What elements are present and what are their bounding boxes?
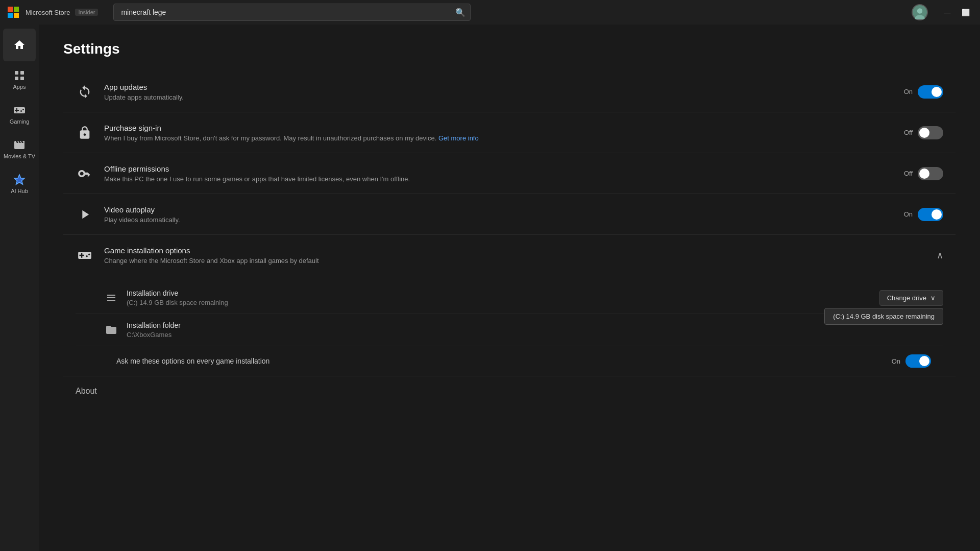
search-icon: 🔍 <box>455 8 465 17</box>
ms-store-logo-icon <box>7 6 19 18</box>
svg-rect-3 <box>14 13 19 18</box>
sidebar: Apps Gaming Movies & TV AI Hub <box>0 25 39 551</box>
game-installation-icon <box>76 246 94 265</box>
video-autoplay-toggle[interactable] <box>918 208 943 221</box>
game-installation-row: Game installation options Change where t… <box>63 235 955 276</box>
app-logo <box>6 5 20 19</box>
home-icon <box>13 39 26 51</box>
svg-rect-0 <box>8 7 13 12</box>
offline-permissions-control: Off <box>904 167 943 180</box>
installation-folder-icon <box>104 323 118 337</box>
ask-me-text: Ask me these options on every game insta… <box>116 357 892 365</box>
app-updates-control: On <box>904 85 943 99</box>
game-installation-subsection: Installation drive (C:) 14.9 GB disk spa… <box>63 276 955 376</box>
offline-permissions-text: Offline permissions Make this PC the one… <box>104 164 894 183</box>
purchase-signin-state: Off <box>904 129 913 136</box>
ask-me-control: On <box>892 354 931 368</box>
game-installation-desc: Change where the Microsoft Store and Xbo… <box>104 257 926 265</box>
video-autoplay-control: On <box>904 208 943 221</box>
app-updates-icon <box>76 83 94 101</box>
video-autoplay-row: Video autoplay Play videos automatically… <box>63 194 955 235</box>
installation-folder-desc: C:\XboxGames <box>127 331 853 339</box>
installation-drive-row: Installation drive (C:) 14.9 GB disk spa… <box>76 282 943 314</box>
change-drive-label: Change drive <box>887 294 926 302</box>
sidebar-item-home[interactable] <box>3 29 36 61</box>
movies-icon <box>13 139 26 151</box>
offline-permissions-toggle[interactable] <box>918 167 943 180</box>
svg-rect-9 <box>15 77 18 80</box>
maximize-button[interactable]: ⬜ <box>958 5 974 19</box>
app-updates-toggle[interactable] <box>918 85 943 99</box>
app-updates-toggle-knob <box>932 87 942 97</box>
installation-drive-title: Installation drive <box>127 289 871 297</box>
purchase-signin-title: Purchase sign-in <box>104 124 894 132</box>
installation-drive-text: Installation drive (C:) 14.9 GB disk spa… <box>127 289 871 306</box>
collapse-icon[interactable]: ∧ <box>937 250 943 261</box>
svg-point-5 <box>917 8 923 14</box>
movies-label: Movies & TV <box>4 153 35 159</box>
purchase-signin-toggle-knob <box>919 128 929 138</box>
app-updates-desc: Update apps automatically. <box>104 93 894 101</box>
sidebar-item-apps[interactable]: Apps <box>3 63 36 96</box>
offline-permissions-desc: Make this PC the one I use to run some g… <box>104 175 894 183</box>
video-autoplay-state: On <box>904 210 913 218</box>
app-updates-state: On <box>904 88 913 95</box>
app-updates-text: App updates Update apps automatically. <box>104 83 894 101</box>
purchase-signin-icon <box>76 124 94 142</box>
window-controls: — ⬜ <box>939 5 974 19</box>
drive-dropdown-popup: (C:) 14.9 GB disk space remaining <box>824 308 943 325</box>
settings-content: Settings App updates Update apps automat… <box>39 25 980 551</box>
offline-permissions-icon <box>76 164 94 183</box>
about-section-peek: About <box>63 376 955 406</box>
svg-rect-1 <box>14 7 19 12</box>
video-autoplay-text: Video autoplay Play videos automatically… <box>104 205 894 224</box>
ask-me-toggle-knob <box>919 356 929 366</box>
sidebar-item-movies[interactable]: Movies & TV <box>3 133 36 165</box>
svg-marker-11 <box>14 175 24 184</box>
game-installation-title: Game installation options <box>104 246 926 255</box>
gaming-icon <box>13 104 26 116</box>
sidebar-item-aihub[interactable]: AI Hub <box>3 167 36 200</box>
app-title: Microsoft Store <box>26 9 70 16</box>
insider-badge: Insider <box>75 9 98 16</box>
get-more-info-link[interactable]: Get more info <box>438 134 479 142</box>
purchase-signin-row: Purchase sign-in When I buy from Microso… <box>63 112 955 153</box>
installation-drive-desc: (C:) 14.9 GB disk space remaining <box>127 299 871 306</box>
installation-folder-title: Installation folder <box>127 321 853 329</box>
aihub-label: AI Hub <box>11 188 28 194</box>
change-drive-chevron: ∨ <box>930 294 936 302</box>
purchase-signin-control: Off <box>904 126 943 139</box>
purchase-signin-toggle[interactable] <box>918 126 943 139</box>
gaming-label: Gaming <box>10 118 30 125</box>
sidebar-item-gaming[interactable]: Gaming <box>3 98 36 131</box>
ask-me-row: Ask me these options on every game insta… <box>76 346 943 376</box>
change-drive-container: Change drive ∨ (C:) 14.9 GB disk space r… <box>879 290 943 306</box>
apps-label: Apps <box>13 84 26 90</box>
video-autoplay-icon <box>76 205 94 224</box>
app-updates-title: App updates <box>104 83 894 91</box>
change-drive-button[interactable]: Change drive ∨ <box>879 290 943 306</box>
installation-drive-icon <box>104 291 118 305</box>
purchase-signin-desc: When I buy from Microsoft Store, don't a… <box>104 134 894 142</box>
video-autoplay-title: Video autoplay <box>104 205 894 214</box>
search-input[interactable] <box>113 4 471 21</box>
minimize-button[interactable]: — <box>939 5 955 19</box>
svg-rect-2 <box>8 13 13 18</box>
offline-permissions-state: Off <box>904 170 913 177</box>
about-title: About <box>76 387 97 395</box>
video-autoplay-toggle-knob <box>932 209 942 220</box>
search-container: 🔍 <box>113 4 471 21</box>
game-installation-text: Game installation options Change where t… <box>104 246 926 265</box>
offline-permissions-title: Offline permissions <box>104 164 894 173</box>
installation-folder-text: Installation folder C:\XboxGames <box>127 321 853 339</box>
purchase-signin-text: Purchase sign-in When I buy from Microso… <box>104 124 894 142</box>
ask-me-toggle[interactable] <box>905 354 931 368</box>
apps-icon <box>13 69 26 82</box>
svg-rect-8 <box>20 71 24 75</box>
aihub-icon <box>13 174 26 186</box>
avatar[interactable] <box>912 4 928 20</box>
video-autoplay-desc: Play videos automatically. <box>104 216 894 224</box>
offline-permissions-row: Offline permissions Make this PC the one… <box>63 153 955 194</box>
installation-folder-row: Installation folder C:\XboxGames <box>76 314 943 346</box>
svg-rect-10 <box>20 77 24 80</box>
